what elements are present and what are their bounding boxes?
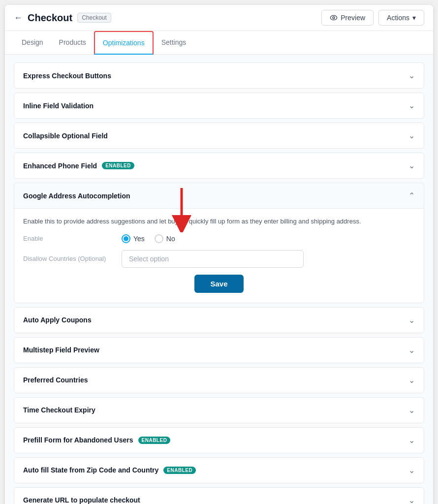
chevron-down-icon: ⌄ (408, 71, 415, 80)
header-actions: Preview Actions ▾ (321, 10, 424, 26)
chevron-down-icon: ⌄ (408, 131, 415, 140)
page-title: Checkout (28, 12, 72, 24)
disallow-countries-select[interactable]: Select option (122, 250, 304, 268)
chevron-down-icon: ⌄ (408, 101, 415, 110)
enabled-badge: ENABLED (102, 162, 134, 169)
accordion-multistep-preview-header[interactable]: Multistep Field Preview ⌄ (14, 338, 424, 363)
enable-radio-group: Yes No (122, 234, 175, 243)
chevron-down-icon: ⌄ (408, 496, 415, 504)
radio-yes[interactable]: Yes (122, 234, 145, 243)
chevron-down-icon: ⌄ (408, 161, 415, 170)
tabs-bar: Design Products Optimizations Settings (5, 31, 433, 55)
actions-button[interactable]: Actions ▾ (378, 10, 424, 26)
svg-point-1 (333, 17, 335, 19)
accordion-google-address-body: Enable this to provide address suggestio… (14, 208, 424, 303)
accordion-preferred-countries-header[interactable]: Preferred Countries ⌄ (14, 368, 424, 393)
content-area: Express Checkout Buttons ⌄ Inline Field … (5, 55, 433, 504)
accordion-inline-validation-header[interactable]: Inline Field Validation ⌄ (14, 93, 424, 118)
accordion-auto-apply-coupons-title: Auto Apply Coupons (23, 316, 92, 324)
accordion-auto-apply-coupons: Auto Apply Coupons ⌄ (14, 307, 424, 333)
accordion-inline-validation-title: Inline Field Validation (23, 102, 94, 110)
accordion-prefill-abandoned-header[interactable]: Prefill Form for Abandoned Users ENABLED… (14, 428, 424, 453)
accordion-prefill-abandoned: Prefill Form for Abandoned Users ENABLED… (14, 427, 424, 453)
chevron-down-icon: ⌄ (408, 436, 415, 445)
enabled-badge: ENABLED (138, 437, 171, 444)
header-left: ← Checkout Checkout (14, 12, 321, 24)
accordion-auto-apply-coupons-header[interactable]: Auto Apply Coupons ⌄ (14, 308, 424, 333)
tab-products[interactable]: Products (51, 32, 94, 54)
accordion-collapsible-optional-title: Collapsible Optional Field (23, 132, 108, 140)
accordion-google-address-title: Google Address Autocompletion (23, 192, 130, 200)
accordion-autofill-state-title: Auto fill State from Zip Code and Countr… (23, 466, 196, 474)
select-wrapper: Select option (122, 250, 304, 268)
back-button[interactable]: ← (14, 13, 23, 23)
enable-label: Enable (23, 235, 122, 242)
accordion-time-checkout-expiry: Time Checkout Expiry ⌄ (14, 397, 424, 423)
accordion-google-address-header[interactable]: Google Address Autocompletion ⌃ (14, 183, 424, 208)
accordion-inline-validation: Inline Field Validation ⌄ (14, 93, 424, 119)
chevron-down-icon: ⌄ (408, 406, 415, 415)
tab-settings[interactable]: Settings (154, 32, 194, 54)
chevron-down-icon: ⌄ (408, 346, 415, 355)
chevron-down-icon: ⌄ (408, 315, 415, 325)
preview-button[interactable]: Preview (321, 10, 374, 26)
accordion-generate-url-title: Generate URL to populate checkout (23, 496, 140, 504)
accordion-enhanced-phone-header[interactable]: Enhanced Phone Field ENABLED ⌄ (14, 153, 424, 178)
accordion-autofill-state-header[interactable]: Auto fill State from Zip Code and Countr… (14, 458, 424, 483)
accordion-autofill-state: Auto fill State from Zip Code and Countr… (14, 457, 424, 483)
disallow-countries-row: Disallow Countries (Optional) Select opt… (23, 250, 415, 268)
radio-no-circle (155, 234, 163, 243)
chevron-down-icon: ⌄ (408, 466, 415, 475)
radio-yes-inner (124, 236, 128, 241)
accordion-collapsible-optional-header[interactable]: Collapsible Optional Field ⌄ (14, 123, 424, 148)
save-button[interactable]: Save (194, 275, 243, 293)
accordion-collapsible-optional: Collapsible Optional Field ⌄ (14, 123, 424, 149)
radio-no-label: No (166, 235, 175, 243)
actions-label: Actions (387, 14, 409, 22)
accordion-express-checkout: Express Checkout Buttons ⌄ (14, 63, 424, 89)
accordion-time-checkout-expiry-header[interactable]: Time Checkout Expiry ⌄ (14, 398, 424, 423)
accordion-express-checkout-title: Express Checkout Buttons (23, 72, 111, 80)
google-address-description: Enable this to provide address suggestio… (23, 217, 415, 226)
tab-optimizations[interactable]: Optimizations (94, 31, 154, 55)
accordion-preferred-countries: Preferred Countries ⌄ (14, 367, 424, 393)
header: ← Checkout Checkout Preview Actions ▾ (5, 5, 433, 31)
eye-icon (330, 14, 338, 22)
svg-point-0 (331, 15, 337, 20)
enable-row: Enable Yes No (23, 234, 415, 243)
enabled-badge: ENABLED (163, 467, 196, 474)
header-badge: Checkout (77, 13, 111, 23)
accordion-generate-url: Generate URL to populate checkout ⌄ (14, 487, 424, 504)
accordion-generate-url-header[interactable]: Generate URL to populate checkout ⌄ (14, 488, 424, 504)
radio-yes-label: Yes (133, 235, 145, 243)
save-row: Save (23, 275, 415, 293)
chevron-down-icon: ▾ (412, 14, 416, 22)
disallow-countries-label: Disallow Countries (Optional) (23, 255, 122, 262)
accordion-enhanced-phone: Enhanced Phone Field ENABLED ⌄ (14, 153, 424, 179)
accordion-enhanced-phone-title: Enhanced Phone Field ENABLED (23, 162, 134, 170)
accordion-google-address: Google Address Autocompletion ⌃ Enable t… (14, 183, 424, 303)
accordion-multistep-preview: Multistep Field Preview ⌄ (14, 337, 424, 363)
accordion-preferred-countries-title: Preferred Countries (23, 376, 88, 384)
preview-label: Preview (341, 14, 365, 22)
accordion-time-checkout-expiry-title: Time Checkout Expiry (23, 406, 95, 414)
radio-no[interactable]: No (155, 234, 175, 243)
chevron-up-icon: ⌃ (408, 191, 415, 200)
accordion-multistep-preview-title: Multistep Field Preview (23, 346, 99, 354)
accordion-express-checkout-header[interactable]: Express Checkout Buttons ⌄ (14, 63, 424, 88)
accordion-prefill-abandoned-title: Prefill Form for Abandoned Users ENABLED (23, 436, 170, 444)
chevron-down-icon: ⌄ (408, 376, 415, 385)
tab-design[interactable]: Design (14, 32, 51, 54)
radio-yes-circle (122, 234, 130, 243)
